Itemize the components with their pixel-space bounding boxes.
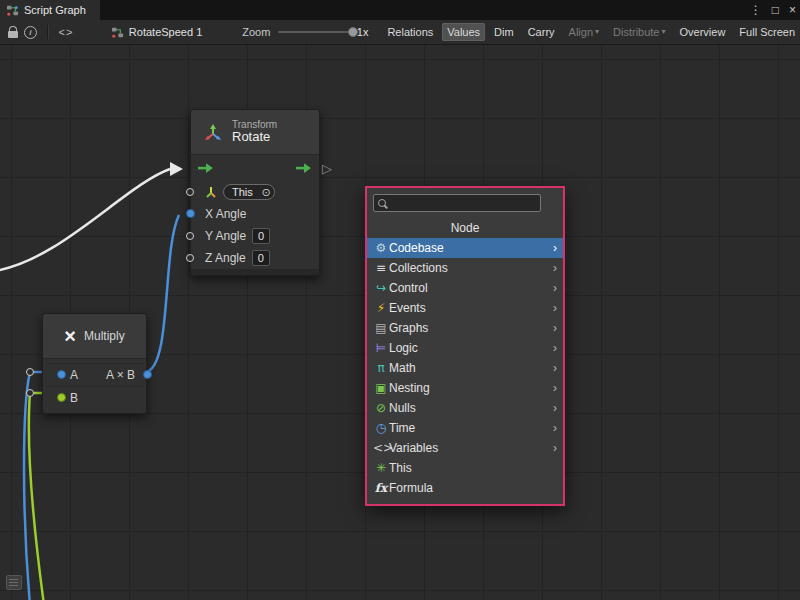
fullscreen-button[interactable]: Full Screen — [734, 23, 800, 41]
pass-port[interactable] — [26, 368, 34, 376]
align-button[interactable]: Align▾ — [564, 23, 604, 41]
graph-toolbar: i <> RotateSpeed 1 Zoom 1x Relations Val… — [0, 20, 800, 45]
node-footer — [191, 269, 319, 275]
search-input[interactable] — [389, 196, 536, 210]
finder-item-formula[interactable]: fx Formula — [367, 478, 563, 498]
finder-item-graphs[interactable]: ▤ Graphs › — [367, 318, 563, 338]
y-angle-label: Y Angle — [205, 229, 246, 243]
x-angle-row: X Angle — [191, 203, 319, 225]
this-object-field[interactable]: This ⊙ — [223, 184, 275, 200]
finder-search-field[interactable] — [373, 194, 541, 212]
chevron-right-icon: › — [553, 261, 559, 275]
code-view-button[interactable]: <> — [57, 22, 75, 42]
chevron-right-icon: › — [553, 281, 559, 295]
zoom-label: Zoom — [242, 26, 270, 38]
pass-port[interactable] — [26, 389, 34, 397]
port-a-label: A — [70, 368, 78, 382]
x-angle-label: X Angle — [205, 207, 246, 221]
null-icon: ⊘ — [373, 398, 389, 418]
finder-item-events[interactable]: ⚡ Events › — [367, 298, 563, 318]
window-tab-bar: Script Graph ⋮ □ × — [0, 0, 800, 20]
finder-item-logic[interactable]: ⊨ Logic › — [367, 338, 563, 358]
distribute-button[interactable]: Distribute▾ — [608, 23, 670, 41]
nesting-icon: ▣ — [373, 378, 389, 398]
port-out[interactable] — [143, 370, 152, 379]
chevron-right-icon: › — [553, 441, 559, 455]
list-icon: ≡ — [373, 258, 389, 278]
y-angle-input[interactable]: 0 — [252, 228, 270, 244]
zoom-value: 1x — [357, 26, 369, 38]
carry-button[interactable]: Carry — [523, 23, 560, 41]
input-b-wire — [29, 393, 53, 600]
finder-item-collections[interactable]: ≡ Collections › — [367, 258, 563, 278]
graph-canvas[interactable]: Transform Rotate This ⊙ — [0, 45, 800, 600]
tab-label: Script Graph — [24, 4, 86, 16]
rotate-node[interactable]: Transform Rotate This ⊙ — [190, 109, 320, 276]
chevron-right-icon: › — [553, 241, 559, 255]
node-title: Multiply — [84, 329, 125, 343]
zoom-slider-track — [278, 31, 350, 33]
gameobject-axis-icon — [205, 186, 217, 198]
port-b-label: B — [70, 391, 78, 405]
variables-icon: <> — [373, 438, 389, 458]
finder-item-math[interactable]: π Math › — [367, 358, 563, 378]
zoom-slider[interactable] — [278, 25, 350, 39]
port-a[interactable] — [57, 370, 66, 379]
multiply-to-xangle-wire — [146, 215, 179, 372]
overview-button[interactable]: Overview — [675, 23, 731, 41]
info-icon: i — [24, 26, 37, 39]
chevron-right-icon: › — [553, 421, 559, 435]
values-button[interactable]: Values — [442, 23, 485, 41]
pi-icon: π — [373, 358, 389, 378]
node-title: Rotate — [232, 130, 277, 145]
port-b[interactable] — [57, 393, 66, 402]
info-button[interactable]: i — [22, 22, 40, 42]
y-angle-port[interactable] — [186, 232, 194, 240]
this-icon: ✳ — [373, 458, 389, 478]
flow-input-arrow-icon[interactable] — [198, 162, 214, 174]
flow-output-arrow-icon[interactable] — [296, 162, 312, 174]
finder-item-time[interactable]: ◷ Time › — [367, 418, 563, 438]
flow-continuation-icon: ▷ — [322, 161, 332, 176]
this-field-value: This — [232, 186, 256, 198]
finder-item-nesting[interactable]: ▣ Nesting › — [367, 378, 563, 398]
close-icon[interactable]: × — [789, 0, 796, 20]
finder-item-codebase[interactable]: ⚙ Codebase › — [367, 238, 563, 258]
z-angle-input[interactable]: 0 — [252, 250, 270, 266]
multiply-icon: × — [64, 326, 76, 346]
lock-button[interactable] — [4, 22, 22, 42]
flow-wire — [0, 169, 170, 271]
port-out-label: A × B — [106, 368, 135, 382]
rotate-node-header[interactable]: Transform Rotate — [191, 110, 319, 155]
finder-item-control[interactable]: ↪ Control › — [367, 278, 563, 298]
chevron-right-icon: › — [553, 381, 559, 395]
tab-script-graph[interactable]: Script Graph — [0, 0, 100, 20]
relations-button[interactable]: Relations — [382, 23, 438, 41]
caret-down-icon: ▾ — [662, 27, 666, 37]
multiply-node-header[interactable]: × Multiply — [43, 314, 146, 359]
dim-button[interactable]: Dim — [489, 23, 519, 41]
this-port[interactable] — [186, 188, 194, 196]
finder-item-this[interactable]: ✳ This — [367, 458, 563, 478]
logic-icon: ⊨ — [373, 338, 389, 358]
finder-item-nulls[interactable]: ⊘ Nulls › — [367, 398, 563, 418]
object-picker-icon[interactable]: ⊙ — [260, 186, 272, 198]
clock-icon: ◷ — [373, 418, 389, 438]
flow-wire-arrowhead — [170, 162, 183, 176]
folder-icon: ▤ — [373, 318, 389, 338]
lock-icon — [8, 31, 18, 38]
finder-list: ⚙ Codebase › ≡ Collections › ↪ Control ›… — [367, 238, 563, 498]
x-angle-port[interactable] — [186, 209, 195, 218]
chevron-right-icon: › — [553, 321, 559, 335]
window-controls: ⋮ □ × — [750, 0, 796, 20]
node-finder-panel: Node ⚙ Codebase › ≡ Collections › ↪ Cont… — [365, 186, 565, 506]
breadcrumb[interactable]: RotateSpeed 1 — [111, 26, 202, 39]
menu-icon[interactable]: ⋮ — [750, 0, 762, 20]
maximize-icon[interactable]: □ — [772, 0, 779, 20]
chevron-right-icon: › — [553, 341, 559, 355]
toolbar-separator — [47, 25, 49, 39]
multiply-node[interactable]: × Multiply A A × B B — [42, 313, 147, 414]
z-angle-port[interactable] — [186, 254, 194, 262]
finder-item-variables[interactable]: <> Variables › — [367, 438, 563, 458]
script-graph-icon — [6, 4, 19, 17]
